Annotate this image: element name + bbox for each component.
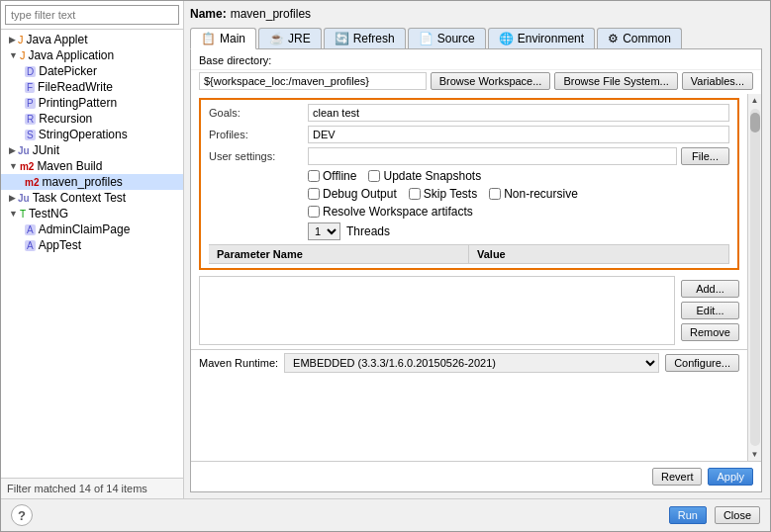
class-icon: R	[25, 114, 36, 125]
profiles-input[interactable]	[308, 126, 729, 143]
bottom-buttons-row: Revert Apply	[191, 461, 761, 491]
refresh-tab-icon: 🔄	[335, 32, 349, 45]
tree-item-filereadwrite[interactable]: F FileReadWrite	[1, 79, 183, 95]
tree-item-label: TestNG	[29, 207, 68, 221]
tree-item-label: AdminClaimPage	[39, 222, 131, 236]
maven-runtime-select[interactable]: EMBEDDED (3.3.3/1.6.0.20150526-2021)	[284, 353, 659, 373]
user-settings-input[interactable]	[308, 147, 677, 165]
tree-item-printingpattern[interactable]: P PrintingPattern	[1, 95, 183, 111]
skip-tests-label: Skip Tests	[424, 187, 477, 201]
main-tab-label: Main	[220, 32, 245, 45]
run-button[interactable]: Run	[669, 506, 707, 524]
tree-item-junit[interactable]: ▶ Ju JUnit	[1, 142, 183, 158]
collapse-icon: ▶	[9, 193, 16, 203]
tree-area: ▶ J Java Applet ▼ J Java Application D D…	[1, 30, 183, 478]
junit-icon: Ju	[18, 145, 30, 156]
debug-output-checkbox-label[interactable]: Debug Output	[308, 187, 397, 201]
name-value: maven_profiles	[231, 7, 311, 21]
update-snapshots-checkbox-label[interactable]: Update Snapshots	[368, 169, 481, 183]
help-button[interactable]: ?	[11, 504, 33, 526]
tree-item-task-context-test[interactable]: ▶ Ju Task Context Test	[1, 190, 183, 206]
tree-item-admin-claim[interactable]: A AdminClaimPage	[1, 222, 183, 237]
tab-refresh[interactable]: 🔄 Refresh	[324, 28, 406, 48]
footer-right-buttons: Run Close	[669, 506, 760, 524]
add-button[interactable]: Add...	[681, 280, 739, 298]
java-applet-icon: J	[18, 34, 24, 45]
base-dir-buttons: Browse Workspace... Browse File System..…	[431, 72, 753, 90]
filter-input[interactable]	[5, 5, 179, 25]
tab-main[interactable]: 📋 Main	[190, 28, 256, 49]
collapse-icon: ▼	[9, 161, 18, 171]
checkboxes-row2: Debug Output Skip Tests Non-recursive	[308, 187, 729, 201]
scroll-up-icon[interactable]: ▲	[749, 94, 761, 107]
non-recursive-checkbox-label[interactable]: Non-recursive	[489, 187, 578, 201]
tree-item-label: Task Context Test	[33, 191, 127, 205]
checkboxes-row3: Resolve Workspace artifacts	[308, 205, 729, 219]
name-row: Name: maven_profiles	[190, 7, 762, 21]
tree-item-label: AppTest	[39, 238, 81, 252]
threads-select[interactable]: 1 2 4 8	[308, 222, 340, 240]
configure-button[interactable]: Configure...	[665, 354, 739, 372]
scrollbar[interactable]: ▲ ▼	[747, 94, 761, 461]
revert-button[interactable]: Revert	[652, 468, 702, 486]
java-app-icon: J	[20, 49, 26, 61]
base-dir-input[interactable]	[199, 72, 427, 90]
tree-item-testng[interactable]: ▼ T TestNG	[1, 206, 183, 222]
tree-item-label: DatePicker	[39, 64, 97, 78]
user-settings-label: User settings:	[209, 150, 308, 162]
scroll-track	[750, 109, 760, 446]
file-button[interactable]: File...	[681, 147, 729, 165]
resolve-workspace-checkbox-label[interactable]: Resolve Workspace artifacts	[308, 205, 473, 219]
tab-source[interactable]: 📄 Source	[408, 28, 486, 48]
tree-item-app-test[interactable]: A AppTest	[1, 237, 183, 253]
param-header: Parameter Name Value	[209, 245, 729, 264]
class-icon: F	[25, 82, 35, 93]
collapse-icon: ▼	[9, 209, 18, 219]
resolve-workspace-label: Resolve Workspace artifacts	[323, 205, 473, 219]
jre-tab-icon: ☕	[269, 32, 284, 45]
apply-button[interactable]: Apply	[708, 468, 753, 486]
debug-output-checkbox[interactable]	[308, 188, 320, 200]
close-button[interactable]: Close	[715, 506, 760, 524]
tab-common[interactable]: ⚙ Common	[597, 28, 682, 48]
goals-input[interactable]	[308, 104, 729, 122]
threads-row: 1 2 4 8 Threads	[308, 222, 729, 240]
param-table: Parameter Name Value	[209, 244, 729, 264]
tree-item-java-applet[interactable]: ▶ J Java Applet	[1, 32, 183, 47]
offline-label: Offline	[323, 169, 356, 183]
scroll-thumb[interactable]	[750, 113, 760, 133]
tree-item-maven-build[interactable]: ▼ m2 Maven Build	[1, 158, 183, 174]
browse-filesystem-button[interactable]: Browse File System...	[554, 72, 677, 90]
non-recursive-checkbox[interactable]	[489, 188, 501, 200]
variables-button[interactable]: Variables...	[682, 72, 753, 90]
tree-item-datepicker[interactable]: D DatePicker	[1, 63, 183, 79]
env-tab-label: Environment	[518, 32, 584, 45]
resolve-workspace-checkbox[interactable]	[308, 206, 320, 218]
offline-checkbox-label[interactable]: Offline	[308, 169, 356, 183]
edit-button[interactable]: Edit...	[681, 302, 739, 319]
remove-button[interactable]: Remove	[681, 323, 739, 341]
threads-label: Threads	[346, 224, 390, 238]
filter-wrap	[1, 1, 183, 30]
jre-tab-label: JRE	[288, 32, 311, 45]
dialog-body: ▶ J Java Applet ▼ J Java Application D D…	[1, 1, 770, 498]
update-snapshots-checkbox[interactable]	[368, 170, 380, 182]
non-recursive-label: Non-recursive	[504, 187, 578, 201]
param-name-col: Parameter Name	[209, 245, 469, 263]
tree-item-maven-profiles[interactable]: m2 maven_profiles	[1, 174, 183, 190]
skip-tests-checkbox-label[interactable]: Skip Tests	[409, 187, 477, 201]
env-tab-icon: 🌐	[499, 32, 514, 45]
browse-workspace-button[interactable]: Browse Workspace...	[431, 72, 551, 90]
skip-tests-checkbox[interactable]	[409, 188, 421, 200]
tree-item-recursion[interactable]: R Recursion	[1, 111, 183, 127]
profiles-row: Profiles:	[209, 126, 729, 143]
tab-jre[interactable]: ☕ JRE	[258, 28, 322, 48]
collapse-icon: ▼	[9, 50, 18, 60]
tree-item-label: PrintingPattern	[39, 96, 117, 110]
tree-item-stringoperations[interactable]: S StringOperations	[1, 127, 183, 142]
tab-environment[interactable]: 🌐 Environment	[488, 28, 595, 48]
offline-checkbox[interactable]	[308, 170, 320, 182]
scroll-down-icon[interactable]: ▼	[749, 448, 761, 461]
tree-item-java-application[interactable]: ▼ J Java Application	[1, 47, 183, 63]
maven-runtime-row: Maven Runtime: EMBEDDED (3.3.3/1.6.0.201…	[191, 349, 747, 376]
